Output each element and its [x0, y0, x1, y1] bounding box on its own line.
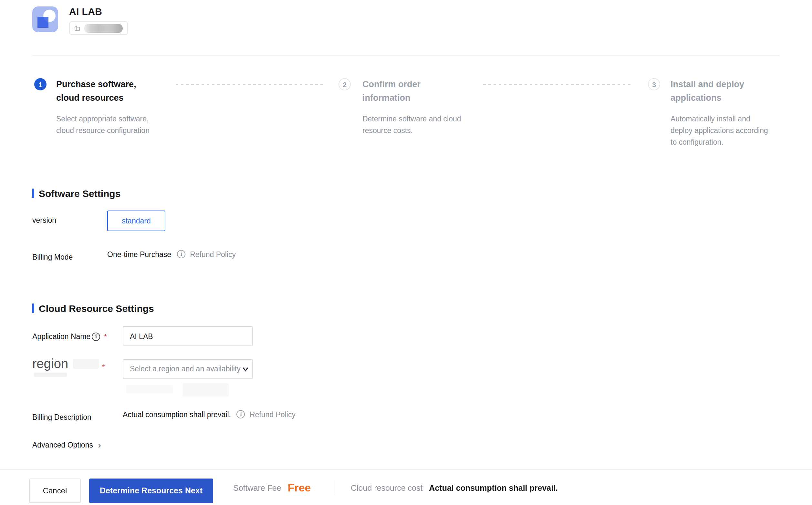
step-2-description: Determine software and cloud resource co… [362, 113, 466, 136]
step-2-title: Confirm order information [362, 77, 466, 105]
region-select[interactable]: Select a region and an availability [123, 359, 253, 379]
step-3-number-badge: 3 [648, 78, 660, 91]
purchase-wizard-page: AI LAB 1 Purchase software, cloud resour… [0, 0, 812, 505]
billing-mode-row: One-time Purchase Refund Policy [107, 250, 236, 258]
header-divider [32, 55, 780, 55]
footer-divider [335, 481, 335, 495]
step-3-number: 3 [652, 80, 656, 88]
step-3-description: Automatically install and deploy applica… [670, 113, 786, 148]
software-fee-label: Software Fee [233, 483, 281, 492]
billing-description-label: Billing Description [32, 413, 92, 422]
step-1: Purchase software, cloud resources Selec… [56, 77, 163, 136]
redacted-org-name [84, 24, 123, 33]
application-name-label: Application Name [32, 332, 91, 341]
required-asterisk: * [102, 363, 105, 371]
cloud-resource-cost-label: Cloud resource cost [351, 483, 423, 492]
cloud-cost-group: Cloud resource cost Actual consumption s… [351, 470, 558, 505]
org-badge[interactable] [69, 21, 128, 35]
advanced-options-toggle[interactable]: Advanced Options › [32, 441, 101, 449]
step-2-number: 2 [343, 80, 347, 88]
building-icon [73, 24, 81, 32]
chevron-down-icon [241, 365, 250, 373]
determine-resources-next-button[interactable]: Determine Resources Next [89, 479, 213, 503]
step-connector-2 [483, 84, 633, 85]
advanced-options-label: Advanced Options [32, 441, 93, 449]
billing-description-value: Actual consumption shall prevail. [123, 410, 231, 418]
required-asterisk: * [104, 333, 107, 340]
redacted-hint [183, 383, 229, 396]
cloud-resource-settings-section-header: Cloud Resource Settings [32, 303, 154, 314]
app-logo [32, 6, 58, 32]
info-icon[interactable] [237, 410, 245, 418]
region-select-placeholder: Select a region and an availability [123, 360, 252, 378]
step-1-title: Purchase software, cloud resources [56, 77, 163, 105]
step-1-number-badge: 1 [34, 78, 46, 91]
page-title: AI LAB [69, 6, 102, 17]
software-fee-group: Software Fee Free [233, 470, 311, 505]
footer-bar: Cancel Determine Resources Next Software… [0, 470, 812, 505]
info-icon[interactable] [92, 332, 100, 341]
step-3: Install and deploy applications Automati… [670, 77, 786, 148]
refund-policy-link[interactable]: Refund Policy [190, 250, 236, 258]
billing-description-row: Actual consumption shall prevail. Refund… [123, 410, 296, 418]
cloud-resource-settings-title: Cloud Resource Settings [39, 303, 154, 314]
section-marker [32, 304, 34, 313]
billing-mode-label: Billing Mode [32, 252, 73, 262]
step-3-title: Install and deploy applications [670, 77, 786, 105]
step-1-description: Select appropriate software, cloud resou… [56, 113, 163, 136]
redacted-hint [126, 385, 173, 393]
step-2-number-badge: 2 [338, 78, 351, 91]
step-2: Confirm order information Determine soft… [362, 77, 466, 136]
billing-mode-value: One-time Purchase [107, 250, 171, 258]
redacted-region-subtext [34, 373, 67, 377]
cancel-button[interactable]: Cancel [29, 479, 81, 503]
logo-square-shape [37, 17, 48, 28]
region-label: region [32, 356, 68, 371]
software-settings-title: Software Settings [39, 188, 121, 199]
software-settings-section-header: Software Settings [32, 188, 121, 199]
software-fee-value: Free [288, 481, 311, 494]
refund-policy-link[interactable]: Refund Policy [250, 410, 296, 418]
step-connector-1 [176, 84, 323, 85]
chevron-right-icon: › [98, 442, 101, 449]
application-name-input[interactable] [123, 326, 253, 346]
section-marker [32, 189, 34, 198]
application-name-label-row: Application Name * [32, 332, 107, 341]
version-standard-button[interactable]: standard [107, 210, 165, 231]
version-label: version [32, 216, 56, 225]
cloud-resource-cost-value: Actual consumption shall prevail. [429, 483, 558, 492]
info-icon[interactable] [177, 250, 185, 258]
redacted-region-text [73, 359, 99, 369]
step-1-number: 1 [38, 80, 42, 88]
